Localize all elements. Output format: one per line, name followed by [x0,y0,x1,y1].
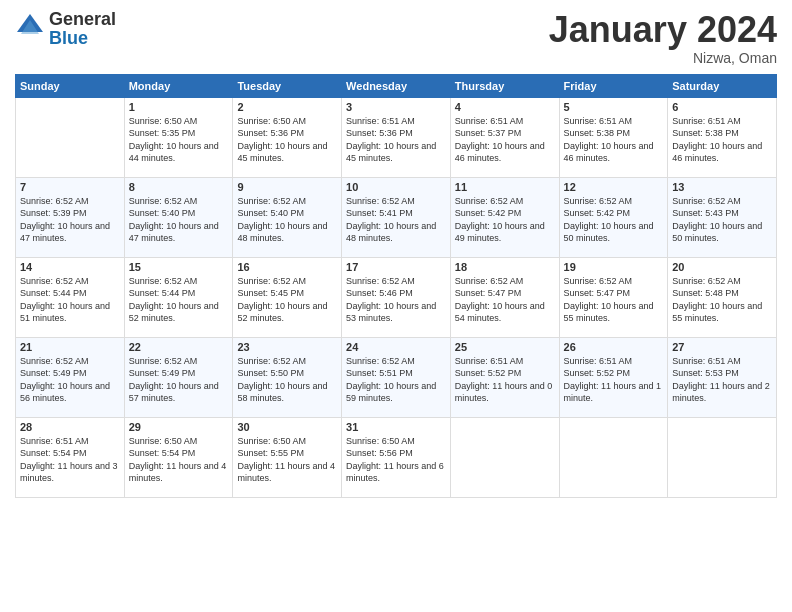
sunrise: Sunrise: 6:52 AM [346,196,415,206]
day-number: 18 [455,261,555,273]
daylight: Daylight: 10 hours and 46 minutes. [455,141,545,164]
day-info: Sunrise: 6:52 AMSunset: 5:46 PMDaylight:… [346,275,446,325]
sunset: Sunset: 5:48 PM [672,288,739,298]
day-number: 24 [346,341,446,353]
week-row-2: 14Sunrise: 6:52 AMSunset: 5:44 PMDayligh… [16,257,777,337]
logo: General Blue [15,10,116,48]
day-info: Sunrise: 6:52 AMSunset: 5:44 PMDaylight:… [20,275,120,325]
daylight: Daylight: 10 hours and 58 minutes. [237,381,327,404]
daylight: Daylight: 10 hours and 46 minutes. [672,141,762,164]
day-cell: 20Sunrise: 6:52 AMSunset: 5:48 PMDayligh… [668,257,777,337]
sunset: Sunset: 5:51 PM [346,368,413,378]
sunrise: Sunrise: 6:51 AM [672,356,741,366]
day-cell: 10Sunrise: 6:52 AMSunset: 5:41 PMDayligh… [342,177,451,257]
sunrise: Sunrise: 6:50 AM [237,116,306,126]
daylight: Daylight: 11 hours and 4 minutes. [129,461,227,484]
sunset: Sunset: 5:35 PM [129,128,196,138]
sunset: Sunset: 5:54 PM [20,448,87,458]
sunrise: Sunrise: 6:52 AM [20,276,89,286]
day-info: Sunrise: 6:52 AMSunset: 5:39 PMDaylight:… [20,195,120,245]
sunset: Sunset: 5:56 PM [346,448,413,458]
day-cell: 6Sunrise: 6:51 AMSunset: 5:38 PMDaylight… [668,97,777,177]
day-number: 19 [564,261,664,273]
header: General Blue January 2024 Nizwa, Oman [15,10,777,66]
sunset: Sunset: 5:40 PM [129,208,196,218]
daylight: Daylight: 10 hours and 55 minutes. [564,301,654,324]
day-info: Sunrise: 6:50 AMSunset: 5:35 PMDaylight:… [129,115,229,165]
day-info: Sunrise: 6:51 AMSunset: 5:38 PMDaylight:… [564,115,664,165]
daylight: Daylight: 10 hours and 47 minutes. [20,221,110,244]
day-number: 27 [672,341,772,353]
day-info: Sunrise: 6:51 AMSunset: 5:54 PMDaylight:… [20,435,120,485]
sunrise: Sunrise: 6:52 AM [672,196,741,206]
day-number: 7 [20,181,120,193]
sunset: Sunset: 5:52 PM [564,368,631,378]
day-number: 11 [455,181,555,193]
sunrise: Sunrise: 6:52 AM [237,276,306,286]
daylight: Daylight: 10 hours and 59 minutes. [346,381,436,404]
day-number: 21 [20,341,120,353]
day-cell: 1Sunrise: 6:50 AMSunset: 5:35 PMDaylight… [124,97,233,177]
day-number: 10 [346,181,446,193]
day-cell: 17Sunrise: 6:52 AMSunset: 5:46 PMDayligh… [342,257,451,337]
day-info: Sunrise: 6:52 AMSunset: 5:42 PMDaylight:… [564,195,664,245]
day-info: Sunrise: 6:52 AMSunset: 5:47 PMDaylight:… [455,275,555,325]
daylight: Daylight: 10 hours and 48 minutes. [346,221,436,244]
daylight: Daylight: 10 hours and 56 minutes. [20,381,110,404]
day-cell: 3Sunrise: 6:51 AMSunset: 5:36 PMDaylight… [342,97,451,177]
day-cell: 15Sunrise: 6:52 AMSunset: 5:44 PMDayligh… [124,257,233,337]
day-number: 8 [129,181,229,193]
day-info: Sunrise: 6:52 AMSunset: 5:49 PMDaylight:… [20,355,120,405]
col-thursday: Thursday [450,74,559,97]
day-info: Sunrise: 6:52 AMSunset: 5:49 PMDaylight:… [129,355,229,405]
day-info: Sunrise: 6:52 AMSunset: 5:51 PMDaylight:… [346,355,446,405]
page: General Blue January 2024 Nizwa, Oman Su… [0,0,792,612]
day-info: Sunrise: 6:50 AMSunset: 5:56 PMDaylight:… [346,435,446,485]
sunset: Sunset: 5:40 PM [237,208,304,218]
day-info: Sunrise: 6:52 AMSunset: 5:45 PMDaylight:… [237,275,337,325]
day-info: Sunrise: 6:51 AMSunset: 5:52 PMDaylight:… [564,355,664,405]
sunset: Sunset: 5:42 PM [564,208,631,218]
sunset: Sunset: 5:54 PM [129,448,196,458]
sunset: Sunset: 5:42 PM [455,208,522,218]
logo-icon [15,12,45,46]
day-number: 16 [237,261,337,273]
daylight: Daylight: 10 hours and 57 minutes. [129,381,219,404]
day-cell: 8Sunrise: 6:52 AMSunset: 5:40 PMDaylight… [124,177,233,257]
daylight: Daylight: 11 hours and 0 minutes. [455,381,553,404]
sunset: Sunset: 5:38 PM [672,128,739,138]
sunrise: Sunrise: 6:50 AM [129,436,198,446]
day-cell: 21Sunrise: 6:52 AMSunset: 5:49 PMDayligh… [16,337,125,417]
sunset: Sunset: 5:44 PM [129,288,196,298]
day-cell: 25Sunrise: 6:51 AMSunset: 5:52 PMDayligh… [450,337,559,417]
sunset: Sunset: 5:53 PM [672,368,739,378]
day-cell: 28Sunrise: 6:51 AMSunset: 5:54 PMDayligh… [16,417,125,497]
day-info: Sunrise: 6:52 AMSunset: 5:50 PMDaylight:… [237,355,337,405]
day-info: Sunrise: 6:50 AMSunset: 5:36 PMDaylight:… [237,115,337,165]
day-cell: 11Sunrise: 6:52 AMSunset: 5:42 PMDayligh… [450,177,559,257]
day-cell: 7Sunrise: 6:52 AMSunset: 5:39 PMDaylight… [16,177,125,257]
sunset: Sunset: 5:36 PM [237,128,304,138]
day-info: Sunrise: 6:51 AMSunset: 5:37 PMDaylight:… [455,115,555,165]
day-cell: 29Sunrise: 6:50 AMSunset: 5:54 PMDayligh… [124,417,233,497]
title-block: January 2024 Nizwa, Oman [549,10,777,66]
sunrise: Sunrise: 6:52 AM [564,276,633,286]
day-number: 22 [129,341,229,353]
sunrise: Sunrise: 6:52 AM [672,276,741,286]
day-info: Sunrise: 6:51 AMSunset: 5:38 PMDaylight:… [672,115,772,165]
day-cell: 24Sunrise: 6:52 AMSunset: 5:51 PMDayligh… [342,337,451,417]
sunrise: Sunrise: 6:52 AM [346,276,415,286]
daylight: Daylight: 10 hours and 45 minutes. [237,141,327,164]
header-row: Sunday Monday Tuesday Wednesday Thursday… [16,74,777,97]
sunset: Sunset: 5:38 PM [564,128,631,138]
day-info: Sunrise: 6:52 AMSunset: 5:41 PMDaylight:… [346,195,446,245]
col-monday: Monday [124,74,233,97]
day-cell [450,417,559,497]
daylight: Daylight: 10 hours and 52 minutes. [237,301,327,324]
sunrise: Sunrise: 6:51 AM [455,116,524,126]
day-info: Sunrise: 6:51 AMSunset: 5:53 PMDaylight:… [672,355,772,405]
sunrise: Sunrise: 6:51 AM [564,116,633,126]
sunrise: Sunrise: 6:51 AM [346,116,415,126]
day-cell: 2Sunrise: 6:50 AMSunset: 5:36 PMDaylight… [233,97,342,177]
day-cell: 22Sunrise: 6:52 AMSunset: 5:49 PMDayligh… [124,337,233,417]
